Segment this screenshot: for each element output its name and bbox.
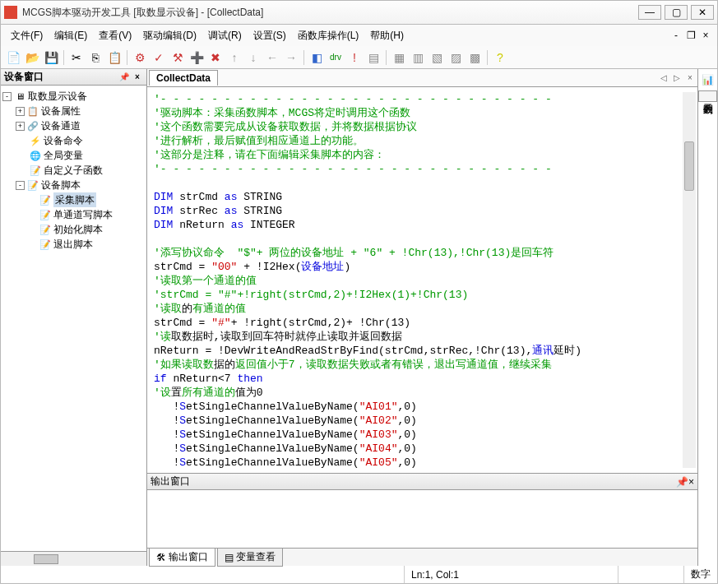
tb-drv[interactable]: drv xyxy=(327,49,345,67)
right-sidebar: 📊 函数列表 xyxy=(697,69,717,566)
script-icon: 📝 xyxy=(39,224,52,235)
script-icon: 📝 xyxy=(39,194,52,206)
tree-customfn[interactable]: 自定义子函数 xyxy=(44,163,103,178)
tb-open[interactable]: 📂 xyxy=(23,49,41,67)
tb-compile[interactable]: ⚙ xyxy=(131,49,149,67)
tree-scripts[interactable]: 设备脚本 xyxy=(41,178,81,192)
toolbar: 📄 📂 💾 ✂ ⎘ 📋 ⚙ ✓ ⚒ ➕ ✖ ↑ ↓ ← → ◧ drv ! ▤ … xyxy=(0,46,718,69)
menu-driver[interactable]: 驱动编辑(D) xyxy=(138,26,202,45)
output-title: 输出窗口 xyxy=(151,475,190,488)
tb-paste[interactable]: 📋 xyxy=(105,49,123,67)
close-button[interactable]: ✕ xyxy=(691,5,714,20)
code-editor[interactable]: '- - - - - - - - - - - - - - - - - - - -… xyxy=(147,87,697,474)
tree-props[interactable]: 设备属性 xyxy=(41,104,81,118)
tree-toggle[interactable]: + xyxy=(16,107,25,116)
panel-close-icon[interactable]: × xyxy=(132,72,143,83)
output-panel-header: 输出窗口 📌 × xyxy=(147,474,697,490)
tree-write-script[interactable]: 单通道写脚本 xyxy=(53,207,113,222)
tb-g3[interactable]: ▧ xyxy=(428,49,446,67)
tools-icon: 🛠 xyxy=(156,552,166,563)
tree-channel[interactable]: 设备通道 xyxy=(41,118,81,133)
title-bar: MCGS脚本驱动开发工具 [取数显示设备] - [CollectData] — … xyxy=(0,0,718,25)
tab-close-icon[interactable]: × xyxy=(684,72,696,84)
pin-icon[interactable]: 📌 xyxy=(676,476,688,488)
device-panel-title: 设备窗口 xyxy=(4,70,44,84)
mdi-minimize[interactable]: - xyxy=(669,30,683,41)
tb-new[interactable]: 📄 xyxy=(4,49,22,67)
tab-prev-icon[interactable]: ◁ xyxy=(658,72,669,84)
mdi-restore[interactable]: ❐ xyxy=(684,30,697,41)
prop-icon: 📋 xyxy=(26,105,39,117)
tb-cut[interactable]: ✂ xyxy=(67,49,86,67)
status-bar: Ln:1, Col:1 数字 xyxy=(0,566,718,584)
tb-g2[interactable]: ▥ xyxy=(409,49,427,67)
tree-root[interactable]: 取数显示设备 xyxy=(28,89,87,104)
device-panel-header: 设备窗口 📌 × xyxy=(1,69,146,86)
tree-quit-script[interactable]: 退出脚本 xyxy=(53,237,93,252)
funclist-icon[interactable]: 📊 xyxy=(701,72,716,87)
tb-build[interactable]: ⚒ xyxy=(169,49,187,67)
left-scrollbar[interactable] xyxy=(1,551,146,566)
tb-g4[interactable]: ▨ xyxy=(447,49,465,67)
tb-copy[interactable]: ⎘ xyxy=(86,49,104,67)
app-icon xyxy=(4,6,17,19)
input-mode: 数字 xyxy=(691,567,711,581)
script-icon: 📝 xyxy=(39,238,52,250)
menu-view[interactable]: 查看(V) xyxy=(94,26,137,45)
editor-scrollbar[interactable] xyxy=(683,92,696,468)
tab-variables[interactable]: ▤变量查看 xyxy=(217,548,283,567)
menu-settings[interactable]: 设置(S) xyxy=(248,26,291,45)
script-icon: 📝 xyxy=(26,179,39,191)
device-icon: 🖥 xyxy=(13,90,26,102)
tab-next-icon[interactable]: ▷ xyxy=(671,72,683,84)
maximize-button[interactable]: ▢ xyxy=(665,5,688,20)
menu-help[interactable]: 帮助(H) xyxy=(365,26,409,45)
menu-debug[interactable]: 调试(R) xyxy=(203,26,247,45)
device-tree[interactable]: -🖥取数显示设备 +📋设备属性 +🔗设备通道 ⚡设备命令 🌐全局变量 📝自定义子… xyxy=(1,86,146,551)
tree-toggle[interactable]: + xyxy=(16,122,25,131)
tb-check[interactable]: ✓ xyxy=(150,49,168,67)
menu-bar: 文件(F) 编辑(E) 查看(V) 驱动编辑(D) 调试(R) 设置(S) 函数… xyxy=(0,25,718,46)
cursor-position: Ln:1, Col:1 xyxy=(411,569,459,581)
tb-left[interactable]: ← xyxy=(263,49,281,67)
tb-g1[interactable]: ▦ xyxy=(390,49,408,67)
tb-down[interactable]: ↓ xyxy=(244,49,262,67)
tb-error[interactable]: ! xyxy=(345,49,364,67)
global-icon: 🌐 xyxy=(29,150,42,161)
tb-up[interactable]: ↑ xyxy=(225,49,243,67)
tree-init-script[interactable]: 初始化脚本 xyxy=(53,222,103,237)
tb-g5[interactable]: ▩ xyxy=(466,49,484,67)
panel-close-icon[interactable]: × xyxy=(688,476,694,488)
tree-collect-script[interactable]: 采集脚本 xyxy=(53,192,96,207)
tree-toggle[interactable]: - xyxy=(2,92,12,101)
tree-toggle[interactable]: - xyxy=(16,181,25,190)
pin-icon[interactable]: 📌 xyxy=(118,72,130,83)
window-title: MCGS脚本驱动开发工具 [取数显示设备] - [CollectData] xyxy=(22,6,635,20)
scrollbar-thumb[interactable] xyxy=(34,554,58,564)
channel-icon: 🔗 xyxy=(26,120,39,132)
tab-function-list[interactable]: 函数列表 xyxy=(698,90,717,102)
tb-save[interactable]: 💾 xyxy=(42,49,60,67)
tb-doc[interactable]: ▤ xyxy=(364,49,382,67)
mdi-close[interactable]: × xyxy=(699,30,712,41)
device-panel: 设备窗口 📌 × -🖥取数显示设备 +📋设备属性 +🔗设备通道 ⚡设备命令 🌐全… xyxy=(1,69,147,566)
tb-remove[interactable]: ✖ xyxy=(206,49,225,67)
cmd-icon: ⚡ xyxy=(29,135,42,146)
menu-file[interactable]: 文件(F) xyxy=(6,26,48,45)
tab-output[interactable]: 🛠输出窗口 xyxy=(149,548,215,567)
editor-tabs: CollectData ◁ ▷ × xyxy=(147,69,697,87)
tree-cmd[interactable]: 设备命令 xyxy=(44,133,83,148)
tb-add[interactable]: ➕ xyxy=(188,49,206,67)
scrollbar-thumb[interactable] xyxy=(684,141,694,191)
tab-collectdata[interactable]: CollectData xyxy=(149,70,218,86)
tree-global[interactable]: 全局变量 xyxy=(44,148,83,163)
list-icon: ▤ xyxy=(225,552,234,563)
menu-funclib[interactable]: 函数库操作(L) xyxy=(293,26,364,45)
tb-bookmark[interactable]: ◧ xyxy=(308,49,326,67)
minimize-button[interactable]: — xyxy=(638,5,661,20)
menu-edit[interactable]: 编辑(E) xyxy=(49,26,92,45)
output-panel[interactable] xyxy=(147,490,697,548)
tb-right[interactable]: → xyxy=(282,49,300,67)
mdi-controls: - ❐ × xyxy=(669,30,712,41)
tb-help[interactable]: ? xyxy=(491,49,509,67)
